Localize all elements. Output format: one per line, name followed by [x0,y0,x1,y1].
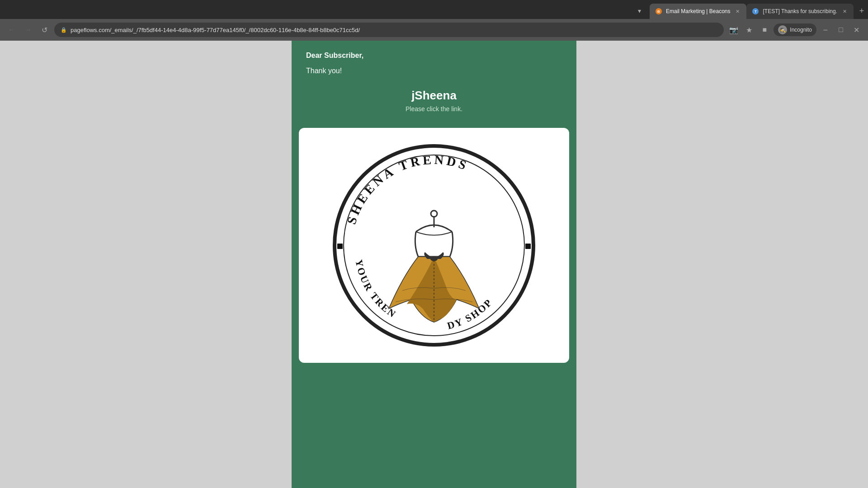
tab-list-dropdown[interactable]: ▾ [633,5,646,17]
svg-rect-3 [525,244,531,249]
svg-rect-2 [337,244,343,249]
incognito-label: Incognito [790,27,812,33]
browser-toolbar: ← → ↺ 🔒 pageflows.com/_emails/_/7fb5df44… [0,19,868,41]
email-container: Dear Subscriber, Thank you! jSheena Plea… [292,41,576,488]
logo-circle-container: SHEENA TRENDS YOUR TREN DY SHOP [326,137,542,354]
email-greeting: Dear Subscriber, [306,52,562,60]
tab-favicon-2: T [752,8,759,15]
close-button[interactable]: ✕ [850,23,863,36]
page-wrapper: Dear Subscriber, Thank you! jSheena Plea… [0,41,868,488]
tab-bar: ▾ B Email Marketing | Beacons ✕ T [TEST]… [0,0,868,19]
bookmark-icon[interactable]: ★ [743,23,755,36]
tab-close-2[interactable]: ✕ [841,8,848,15]
new-tab-button[interactable]: + [855,5,868,17]
tab-label-1: Email Marketing | Beacons [666,8,731,14]
tab-favicon-icon-2: T [752,8,759,14]
tab-close-1[interactable]: ✕ [734,8,741,15]
tab-label-2: [TEST] Thanks for subscribing. [763,8,837,14]
minimize-button[interactable]: – [819,23,832,36]
email-thank-you: Thank you! [306,67,562,75]
tab-favicon-icon-1: B [656,8,662,14]
brand-section: jSheena Please click the link. [306,84,562,114]
maximize-button[interactable]: □ [835,23,847,36]
address-bar[interactable]: 🔒 pageflows.com/_emails/_/7fb5df44-14e4-… [54,23,724,37]
lock-icon: 🔒 [61,27,67,33]
tab-test-thanks[interactable]: T [TEST] Thanks for subscribing. ✕ [746,4,854,19]
forward-button[interactable]: → [22,23,34,36]
incognito-avatar-icon: 🕵 [778,25,787,34]
reload-button[interactable]: ↺ [38,23,51,36]
camera-blocked-icon[interactable]: 📷̸ [727,23,740,36]
brand-logo-svg: SHEENA TRENDS YOUR TREN DY SHOP [326,137,542,354]
back-button[interactable]: ← [5,23,18,36]
brand-name: jSheena [306,89,562,103]
logo-card: SHEENA TRENDS YOUR TREN DY SHOP [299,128,569,363]
toolbar-actions: 📷̸ ★ ■ 🕵 Incognito – □ ✕ [727,23,863,36]
tab-email-marketing[interactable]: B Email Marketing | Beacons ✕ [650,4,747,19]
incognito-button[interactable]: 🕵 Incognito [774,23,816,36]
browser-chrome: ▾ B Email Marketing | Beacons ✕ T [TEST]… [0,0,868,41]
address-text: pageflows.com/_emails/_/7fb5df44-14e4-4d… [71,27,717,33]
click-link-text: Please click the link. [306,105,562,113]
extension-icon[interactable]: ■ [758,23,771,36]
email-header-section: Dear Subscriber, Thank you! jSheena Plea… [292,41,576,128]
svg-point-10 [430,257,438,261]
tab-favicon-1: B [655,8,662,15]
